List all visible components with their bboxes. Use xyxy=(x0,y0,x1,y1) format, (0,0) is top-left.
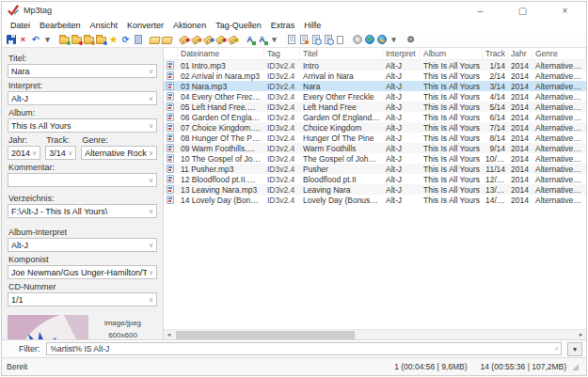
open-folder-icon[interactable] xyxy=(149,33,161,46)
chevron-down-icon[interactable]: ∨ xyxy=(149,149,153,157)
header-icon-column[interactable] xyxy=(164,48,178,59)
favorite-directory-icon[interactable]: ★ xyxy=(107,33,119,46)
status-total-count: 14 (00:55:36 | 107,2MB) xyxy=(481,362,567,371)
menu-item-bearbeiten[interactable]: Bearbeiten xyxy=(35,20,86,31)
autonumbering-wizard-icon[interactable] xyxy=(310,33,322,46)
websource-primary-icon[interactable] xyxy=(363,33,375,46)
convert-tag-filename-icon[interactable] xyxy=(244,33,256,46)
tag-cut-icon[interactable] xyxy=(178,33,190,46)
open-favorite-folder-icon[interactable] xyxy=(161,33,173,46)
menu-item-tag-quellen[interactable]: Tag-Quellen xyxy=(211,20,266,31)
title-combobox[interactable]: Nara ∨ xyxy=(8,64,157,78)
column-header-album[interactable]: Album xyxy=(421,48,483,59)
file-row[interactable]: 02 Arrival in Nara.mp3ID3v2.4Arrival in … xyxy=(164,71,586,81)
chevron-down-icon[interactable]: ∨ xyxy=(149,242,153,249)
file-row[interactable]: 07 Choice Kingdom.mp3ID3v2.4Choice Kingd… xyxy=(164,122,586,133)
convert-filename-tag-icon[interactable] xyxy=(256,33,268,46)
scrollbar-thumb[interactable] xyxy=(176,331,355,339)
menu-item-konverter[interactable]: Konverter xyxy=(122,20,168,31)
chevron-down-icon[interactable]: ∨ xyxy=(149,296,153,304)
websource-menu-icon[interactable]: ▾ xyxy=(388,33,400,46)
column-header-track[interactable]: Track xyxy=(483,48,508,59)
file-row[interactable]: 13 Leaving Nara.mp3ID3v2.4Leaving NaraAl… xyxy=(164,184,586,195)
directory-combobox[interactable]: F:\Alt-J - This Is All Yours\ ∨ xyxy=(8,204,157,218)
menu-item-hilfe[interactable]: Hilfe xyxy=(299,20,326,31)
scroll-right-icon[interactable]: ▸ xyxy=(576,331,586,338)
composer-combobox[interactable]: Joe Newman/Gus Unger-Hamilton/Thom Green… xyxy=(8,265,157,279)
column-header-title[interactable]: Titel xyxy=(300,48,383,59)
tag-restore-icon[interactable] xyxy=(227,33,239,46)
chevron-down-icon[interactable]: ∨ xyxy=(149,177,153,184)
timestamp-edit-icon[interactable] xyxy=(322,33,334,46)
file-row[interactable]: 11 Pusher.mp3ID3v2.4PusherAlt-JThis Is A… xyxy=(164,164,586,174)
file-row[interactable]: 12 Bloodflood pt.II.mp3ID3v2.4Bloodflood… xyxy=(164,174,586,184)
filter-toggle-button[interactable]: ▾ xyxy=(567,342,582,356)
change-directory-icon[interactable] xyxy=(58,33,71,46)
column-header-genre[interactable]: Genre xyxy=(532,48,586,59)
add-directory-icon[interactable] xyxy=(71,33,83,46)
horizontal-scrollbar[interactable]: ◂ ▸ xyxy=(164,329,586,339)
tag-remove-icon[interactable] xyxy=(215,33,227,46)
options-icon[interactable]: ⚙ xyxy=(405,33,417,46)
close-button[interactable]: × xyxy=(544,2,586,19)
save-tag-icon[interactable] xyxy=(5,33,17,46)
chevron-down-icon[interactable]: ∨ xyxy=(149,122,153,130)
playlist-icon[interactable] xyxy=(132,33,144,46)
cover-dimensions: 600x600 xyxy=(88,330,157,339)
column-header-year[interactable]: Jahr xyxy=(508,48,532,59)
chevron-down-icon[interactable]: ∨ xyxy=(149,269,153,276)
menu-item-ansicht[interactable]: Ansicht xyxy=(86,20,123,31)
file-row[interactable]: 09 Warm Foothills.mp3ID3v2.4Warm Foothil… xyxy=(164,143,586,153)
chevron-down-icon[interactable]: ∨ xyxy=(149,95,153,102)
file-row[interactable]: 10 The Gospel of John Hurt...ID3v2.4The … xyxy=(164,153,586,164)
chevron-down-icon[interactable]: ∨ xyxy=(32,149,37,157)
cd-info-icon[interactable] xyxy=(351,33,363,46)
cell-artist: Alt-J xyxy=(383,113,421,122)
file-row[interactable]: 06 Garden Of England – Int...ID3v2.4Gard… xyxy=(164,112,586,122)
filter-clear-icon[interactable]: × xyxy=(554,344,559,353)
actions-icon[interactable] xyxy=(285,33,297,46)
year-combobox[interactable]: 2014 ∨ xyxy=(8,146,40,160)
websource-secondary-icon[interactable] xyxy=(375,33,388,46)
cell-tag: ID3v2.4 xyxy=(264,134,300,143)
undo-menu-icon[interactable]: ▾ xyxy=(41,33,54,46)
parent-directory-icon[interactable] xyxy=(95,33,107,46)
file-row[interactable]: 04 Every Other Freckle.mp3ID3v2.4Every O… xyxy=(164,91,586,102)
column-header-artist[interactable]: Interpret xyxy=(383,48,421,59)
refresh-icon[interactable]: ⟳ xyxy=(119,33,132,46)
chevron-down-icon[interactable]: ∨ xyxy=(149,208,153,215)
actions-quick-icon[interactable] xyxy=(297,33,310,46)
file-row[interactable]: 03 Nara.mp3ID3v2.4NaraAlt-JThis Is All Y… xyxy=(164,81,586,91)
maximize-button[interactable]: ▢ xyxy=(501,2,544,19)
file-row[interactable]: 01 Intro.mp3ID3v2.4IntroAlt-JThis Is All… xyxy=(164,60,586,71)
menu-item-aktionen[interactable]: Aktionen xyxy=(168,20,211,31)
tag-paste-icon[interactable] xyxy=(202,33,215,46)
disc-number-combobox[interactable]: 1/1 ∨ xyxy=(8,292,157,306)
genre-combobox[interactable]: Alternative Rock ∨ xyxy=(81,146,157,160)
menu-item-extras[interactable]: Extras xyxy=(266,20,300,31)
remove-tag-icon[interactable]: × xyxy=(17,33,29,46)
file-row[interactable]: 05 Left Hand Free.mp3ID3v2.4Left Hand Fr… xyxy=(164,102,586,112)
tag-copy-icon[interactable] xyxy=(190,33,202,46)
scroll-left-icon[interactable]: ◂ xyxy=(164,331,174,338)
column-header-tag[interactable]: Tag xyxy=(264,48,300,59)
resize-grip[interactable]: ◢ xyxy=(572,362,579,371)
minimize-button[interactable]: – xyxy=(459,2,501,19)
menu-item-datei[interactable]: Datei xyxy=(6,20,35,31)
chevron-down-icon[interactable]: ∨ xyxy=(68,149,72,157)
undo-icon[interactable]: ↶ xyxy=(29,33,41,46)
chevron-down-icon[interactable]: ∨ xyxy=(149,68,153,75)
filter-input[interactable] xyxy=(46,342,563,355)
convert-menu-icon[interactable]: ▾ xyxy=(268,33,280,46)
album-cover-art[interactable] xyxy=(8,315,88,339)
track-combobox[interactable]: 3/14 ∨ xyxy=(45,146,76,160)
artist-combobox[interactable]: Alt-J ∨ xyxy=(8,91,157,105)
album-artist-combobox[interactable]: Alt-J ∨ xyxy=(8,238,157,252)
file-row[interactable]: 08 Hunger Of The Pine.mp3ID3v2.4Hunger O… xyxy=(164,133,586,143)
recent-directories-icon[interactable] xyxy=(83,33,95,46)
text-file-export-icon[interactable] xyxy=(334,33,346,46)
album-combobox[interactable]: This Is All Yours ∨ xyxy=(8,118,157,133)
file-row[interactable]: 14 Lovely Day (Bonus Track)...ID3v2.4Lov… xyxy=(164,195,586,205)
column-header-filename[interactable]: Dateiname xyxy=(178,48,264,59)
comment-combobox[interactable]: ∨ xyxy=(8,173,157,187)
